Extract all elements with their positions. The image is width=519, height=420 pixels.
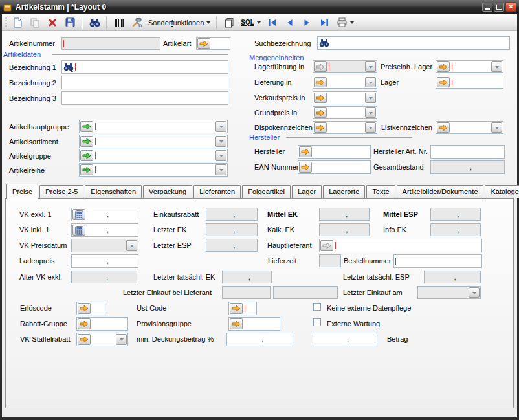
rabatt-gruppe-field[interactable] [76,317,128,331]
calculator-button[interactable] [72,225,85,236]
tab-verpackung[interactable]: Verpackung [143,185,192,198]
toolbar-grip[interactable] [5,17,7,28]
dropdown-button[interactable] [365,77,376,87]
erloescode-field[interactable] [76,302,105,315]
artikelhauptgruppe-field[interactable] [79,120,228,133]
sql-menu[interactable]: SQL [239,19,262,26]
tab-folgeartikel[interactable]: Folgeartikel [242,185,291,198]
sonderfunktionen-menu[interactable]: Sonderfunktionen [147,19,212,27]
lookup-arrow-button[interactable] [80,136,93,147]
minimize-button[interactable] [482,3,492,12]
grundpreis-field[interactable] [313,106,377,119]
bezeichnung1-field[interactable]: 1 [61,60,228,74]
tab-artikelbilder-dokumente[interactable]: Artikelbilder/Dokumente [397,185,484,198]
hersteller-field[interactable] [298,145,371,159]
tab-texte[interactable]: Texte [366,185,395,198]
lagerfuehrung-field[interactable] [313,60,377,73]
lookup-arrow-button[interactable] [314,107,327,118]
artikelgruppe-field[interactable] [79,149,228,162]
letzter-einkauf-am-field[interactable] [417,286,481,299]
lookup-arrow-button[interactable] [230,318,243,329]
preiseinh-lager-field[interactable] [436,60,503,73]
suchbezeichnung-field[interactable] [317,36,510,50]
lookup-arrow-button[interactable] [437,122,450,133]
tab-preise-2-5[interactable]: Preise 2-5 [39,185,83,198]
dropdown-button[interactable] [365,93,376,103]
lookup-arrow-button[interactable] [197,38,210,49]
externe-wartung-checkbox[interactable] [313,318,321,326]
delete-record-button[interactable] [45,16,60,29]
copy-record-button[interactable] [28,16,42,29]
lookup-arrow-button[interactable] [230,303,243,314]
listkennzeichen-field[interactable] [436,121,503,134]
bestellnummer-field[interactable] [393,254,482,268]
lookup-arrow-button[interactable] [80,121,93,132]
hauptlieferant-field[interactable] [319,239,482,252]
artikelnummer-field[interactable] [61,37,160,50]
verkaufspreis-field[interactable] [313,91,377,104]
hersteller-art-nr-field[interactable] [430,145,505,159]
betrag-field[interactable]: , [313,333,377,346]
artikelsortiment-field[interactable] [79,135,228,148]
tab-kataloge[interactable]: Kataloge [485,185,519,198]
barcode-button[interactable] [112,16,126,29]
new-record-button[interactable] [10,16,25,29]
artikelart-field[interactable] [196,37,230,50]
lookup-arrow-button[interactable] [78,334,91,345]
dropdown-button[interactable] [469,287,480,298]
ust-code-field[interactable] [228,302,257,315]
lookup-arrow-button[interactable] [314,93,327,103]
nav-previous-button[interactable] [283,16,297,29]
dropdown-button[interactable] [215,121,226,132]
dropdown-button[interactable] [365,107,376,118]
bezeichnung2-field[interactable] [61,76,228,89]
dropdown-button[interactable] [215,164,226,175]
lookup-arrow-button[interactable] [78,318,91,329]
lookup-arrow-button[interactable] [437,77,450,87]
vk-exkl-1-field[interactable]: , [71,208,138,221]
dropdown-button[interactable] [126,240,137,251]
dispokennzeichen-field[interactable] [313,121,377,134]
copy-layout-button[interactable] [222,16,236,29]
dropdown-button[interactable] [215,150,226,161]
save-button[interactable] [63,16,77,29]
tab-eigenschaften[interactable]: Eigenschaften [85,185,142,198]
print-menu[interactable] [335,17,355,27]
maximize-button[interactable] [494,3,504,12]
tab-lager[interactable]: Lager [292,185,322,198]
nav-last-button[interactable] [318,16,332,29]
lookup-arrow-button[interactable] [314,122,327,133]
lookup-arrow-button[interactable] [437,61,450,72]
ean-nummer-field[interactable] [298,160,371,174]
lookup-arrow-button[interactable] [314,77,327,87]
lookup-arrow-button[interactable] [299,146,312,157]
calculator-button[interactable] [72,209,85,220]
vk-staffelrabatt-field[interactable] [76,333,128,346]
lookup-arrow-button[interactable] [299,162,312,173]
lookup-arrow-button[interactable] [78,303,91,314]
vk-inkl-1-field[interactable]: , [71,223,138,237]
dropdown-button[interactable] [491,122,502,133]
dropdown-button[interactable] [365,122,376,133]
nav-first-button[interactable] [265,16,280,29]
lager-field[interactable] [436,76,503,89]
provisionsgruppe-field[interactable] [228,317,280,331]
tab-lieferanten[interactable]: Lieferanten [193,185,241,198]
dropdown-button[interactable] [116,334,127,345]
vk-preisdatum-field[interactable] [71,239,138,252]
artikelreihe-field[interactable] [79,163,228,177]
min-deckungsbeitrag-field[interactable]: , [226,333,293,346]
tab-preise[interactable]: Preise [6,184,38,199]
dropdown-button[interactable] [491,61,502,72]
search-button[interactable] [87,16,102,29]
lieferung-field[interactable] [313,76,377,89]
lookup-arrow-button[interactable] [80,150,93,161]
keine-externe-datenpflege-checkbox[interactable] [313,303,321,311]
lookup-arrow-button[interactable] [80,164,93,175]
dropdown-button[interactable] [215,136,226,147]
bezeichnung3-field[interactable] [61,91,228,105]
special-functions-button[interactable] [129,16,144,29]
nav-next-button[interactable] [300,16,315,29]
tab-lagerorte[interactable]: Lagerorte [323,185,365,198]
ladenpreis-field[interactable]: , [71,254,138,268]
